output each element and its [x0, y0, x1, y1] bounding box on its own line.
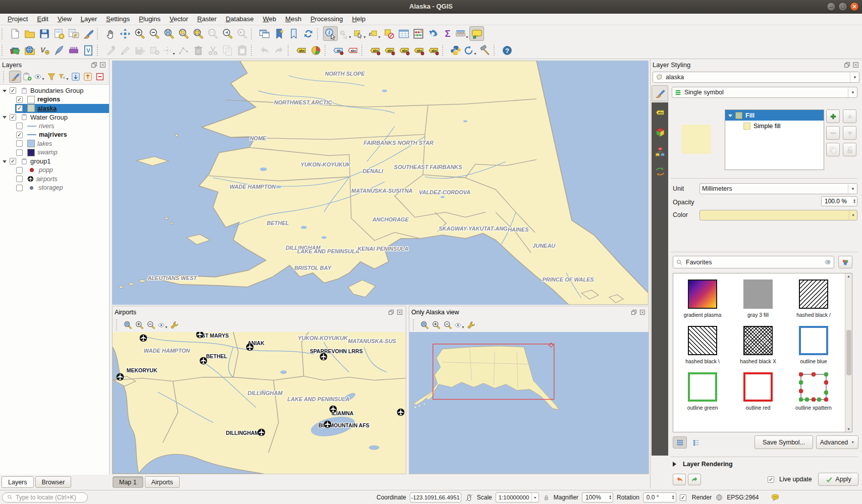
menu-mesh[interactable]: Mesh [281, 14, 306, 25]
map-tab-airports[interactable]: Airports [145, 476, 180, 488]
select-features-button[interactable]: ▼ [352, 26, 367, 41]
collapse-all-button[interactable] [82, 71, 94, 83]
lock-scale-icon[interactable] [543, 494, 550, 501]
field-calculator-button[interactable] [411, 26, 425, 41]
symbol-tree-simple-fill-row[interactable]: Simple fill [725, 121, 824, 131]
styling-panel-close-button[interactable] [851, 61, 860, 69]
visibility-checkbox[interactable] [16, 140, 23, 147]
visibility-checkbox[interactable]: ✓ [16, 132, 23, 138]
overview-zoom-full-button[interactable] [419, 319, 430, 331]
pan-to-selection-button[interactable] [118, 26, 132, 41]
coordinate-input[interactable]: -123.1091,66.4951 [410, 492, 461, 502]
symbol-gradient-plasma[interactable]: gradient plasma [676, 279, 729, 318]
save-project-button[interactable] [37, 26, 51, 41]
layer-labeling-options-button[interactable]: abc [294, 43, 308, 58]
render-checkbox[interactable]: ✓ [680, 494, 686, 501]
new-spatial-bookmark-button[interactable] [272, 26, 286, 41]
menu-project[interactable]: Project [3, 14, 32, 25]
measure-line-button[interactable]: ▼ [455, 26, 469, 41]
opacity-spinbox[interactable]: 100.0 % ▲▼ [821, 196, 857, 206]
minimize-button[interactable]: ‒ [827, 2, 836, 11]
live-update-checkbox[interactable]: ✓ [768, 476, 774, 483]
layer-item-alaska[interactable]: ✓alaska [0, 104, 109, 113]
new-virtual-layer-button[interactable]: V [81, 43, 95, 58]
3d-view-tab[interactable] [653, 125, 667, 139]
crs-value[interactable]: EPSG:2964 [727, 494, 759, 501]
overview-dock-close-button[interactable] [638, 308, 646, 317]
manage-map-themes-button[interactable]: ▼ [33, 71, 45, 83]
map-tips-button[interactable] [469, 26, 484, 41]
layer-group-group1[interactable]: ✓group1 [0, 157, 109, 166]
gallery-scrollbar[interactable]: ▲▼ [845, 273, 852, 432]
airports-zoom-out-button[interactable] [145, 319, 157, 331]
layer-item-lakes[interactable]: lakes [0, 139, 109, 148]
data-source-manager-button[interactable] [8, 43, 22, 58]
vertex-tool-all-layers-button[interactable] [477, 43, 492, 58]
symbol-hashed-black-[interactable]: hashed black / [787, 279, 840, 318]
maximize-button[interactable]: □ [838, 2, 847, 11]
filter-legend-button[interactable] [45, 71, 58, 83]
pin-unpin-labels-button[interactable]: abc [367, 43, 382, 58]
symbology-tab[interactable] [652, 85, 668, 101]
highlight-pinned-labels-button[interactable]: abc [345, 43, 360, 58]
menu-vector[interactable]: Vector [165, 14, 193, 25]
processing-toolbox-button[interactable] [425, 26, 440, 41]
layer-item-rivers[interactable]: rivers [0, 122, 109, 131]
pin-labels-button[interactable]: ab [331, 43, 345, 58]
locator-input[interactable]: Type to locate (Ctrl+K) [2, 492, 88, 502]
history-tab[interactable] [653, 164, 667, 178]
add-symbol-layer-button[interactable] [826, 109, 840, 123]
symbol-tree-fill-row[interactable]: Fill [725, 110, 824, 121]
visibility-checkbox[interactable]: ✓ [10, 114, 16, 121]
menu-processing[interactable]: Processing [306, 14, 347, 25]
crs-globe-icon[interactable] [715, 493, 723, 501]
expander-icon[interactable] [3, 90, 7, 94]
menu-raster[interactable]: Raster [193, 14, 221, 25]
layer-group-Boundaries Group[interactable]: ✓Boundaries Group [0, 86, 109, 95]
pan-map-button[interactable] [103, 26, 118, 41]
new-print-layout-button[interactable] [51, 26, 66, 41]
symbol-outline-green[interactable]: outline green [676, 372, 729, 411]
zoom-in-button[interactable] [132, 26, 147, 41]
new-project-button[interactable] [8, 26, 22, 41]
layer-item-swamp[interactable]: swamp [0, 148, 109, 157]
menu-layer[interactable]: Layer [76, 14, 102, 25]
new-shapefile-layer-button[interactable]: V [37, 43, 51, 58]
symbol-outline-blue[interactable]: outline blue [787, 326, 840, 364]
close-button[interactable]: ✕ [850, 2, 859, 11]
rotation-spinbox[interactable]: 0.0 °▲▼ [643, 492, 676, 502]
renderer-select[interactable]: Single symbol ▼ [672, 87, 857, 98]
scale-select[interactable]: 1:10000000 ▼ [496, 492, 539, 502]
overview-dock-options-button[interactable] [465, 319, 477, 331]
overview-map-canvas[interactable] [409, 332, 649, 474]
zoom-last-button[interactable] [220, 26, 235, 41]
symbol-gray-3-fill[interactable]: gray 3 fill [732, 279, 784, 318]
airports-zoom-in-button[interactable] [134, 319, 145, 331]
symbol-outline-red[interactable]: outline red [732, 372, 784, 411]
visibility-checkbox[interactable] [16, 149, 23, 156]
help-contents-button[interactable]: ? [500, 43, 514, 58]
remove-layer-button[interactable] [94, 71, 106, 83]
visibility-checkbox[interactable]: ✓ [10, 158, 16, 164]
airports-dock-close-button[interactable] [395, 308, 404, 317]
zoom-out-button[interactable] [147, 26, 161, 41]
symbol-search-input[interactable]: Favorites [673, 256, 834, 268]
unit-select[interactable]: Millimeters▼ [699, 183, 857, 194]
identify-features-button[interactable]: i [323, 26, 338, 41]
visibility-checkbox[interactable] [16, 167, 23, 174]
menu-view[interactable]: View [53, 14, 76, 25]
style-manager-button[interactable] [81, 26, 95, 41]
visibility-checkbox[interactable] [16, 123, 23, 129]
refresh-map-button[interactable] [301, 26, 315, 41]
symbol-outline-xpattern[interactable]: outline xpattern [787, 372, 840, 411]
show-spatial-bookmarks-button[interactable] [286, 26, 301, 41]
add-group-button[interactable] [21, 71, 33, 83]
diagrams-tab[interactable] [653, 145, 667, 158]
expander-icon[interactable] [3, 116, 7, 121]
show-hide-labels-button[interactable]: abc [382, 43, 397, 58]
layers-panel-close-button[interactable] [98, 61, 107, 69]
menu-web[interactable]: Web [258, 14, 281, 25]
layer-item-storagep[interactable]: storagep [0, 184, 109, 193]
visibility-checkbox[interactable]: ✓ [16, 105, 23, 111]
layer-group-Water Group[interactable]: ✓Water Group [0, 113, 109, 122]
